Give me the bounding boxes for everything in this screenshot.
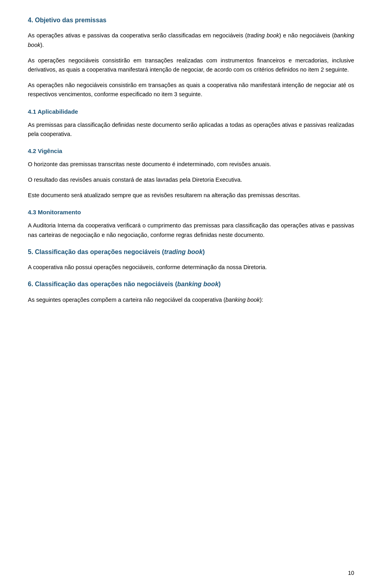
section41-heading: 4.1 Aplicabilidade — [28, 107, 354, 116]
section4-para2: As operações negociáveis consistirão em … — [28, 56, 354, 74]
section42-para3: Este documento será atualizado sempre qu… — [28, 191, 354, 200]
section41-block: 4.1 Aplicabilidade As premissas para cla… — [28, 107, 354, 139]
section6-heading: 6. Classificação das operações não negoc… — [28, 280, 354, 289]
section5-heading: 5. Classificação das operações negociáve… — [28, 248, 354, 256]
page: 4. Objetivo das premissas As operações a… — [0, 0, 382, 588]
section42-para2: O resultado das revisões anuais constará… — [28, 175, 354, 184]
section6-block: 6. Classificação das operações não negoc… — [28, 280, 354, 305]
page-number: 10 — [348, 570, 354, 576]
section41-para1: As premissas para classificação definida… — [28, 120, 354, 139]
section4-block: 4. Objetivo das premissas As operações a… — [28, 16, 354, 99]
section42-heading: 4.2 Vigência — [28, 147, 354, 155]
section42-block: 4.2 Vigência O horizonte das premissas t… — [28, 147, 354, 200]
section4-para1: As operações ativas e passivas da cooper… — [28, 31, 354, 49]
section43-para1: A Auditoria Interna da cooperativa verif… — [28, 221, 354, 239]
section5-para1: A cooperativa não possui operações negoc… — [28, 263, 354, 272]
section4-para3: As operações não negociáveis consistirão… — [28, 81, 354, 99]
section42-para1: O horizonte das premissas transcritas ne… — [28, 160, 354, 169]
section4-heading: 4. Objetivo das premissas — [28, 16, 354, 25]
section6-para1: As seguintes operações compõem a carteir… — [28, 295, 354, 305]
section43-block: 4.3 Monitoramento A Auditoria Interna da… — [28, 208, 354, 239]
section5-block: 5. Classificação das operações negociáve… — [28, 248, 354, 272]
section43-heading: 4.3 Monitoramento — [28, 208, 354, 216]
